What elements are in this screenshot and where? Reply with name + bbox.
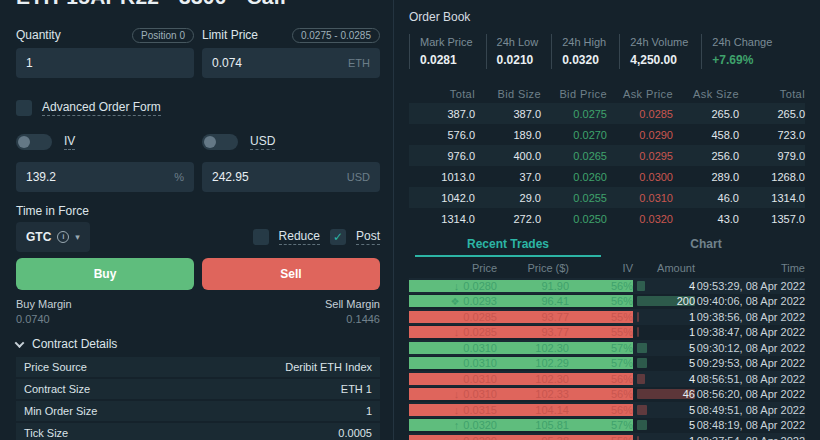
trade-amount-cell: 46 [637,388,695,400]
buy-button[interactable]: Buy [16,258,194,290]
iv-toggle[interactable] [16,134,52,150]
trade-time-cell: 08:48:19, 08 Apr 2022 [695,419,805,431]
quantity-input[interactable]: 1 [16,48,194,78]
tab-chart[interactable]: Chart [607,233,805,257]
trade-usd-cell: 93.77 [497,326,569,338]
total-bid-cell: 1042.0 [409,192,475,204]
trade-price: 0.0320 [463,419,497,431]
position-badge: Position 0 [132,28,194,43]
advanced-order-form-checkbox[interactable] [16,100,32,116]
toggle-knob [204,136,216,148]
trade-row: ❖0.029396.4156%20009:40:06, 08 Apr 2022 [409,294,805,310]
advanced-order-form-label[interactable]: Advanced Order Form [42,100,161,116]
limit-price-value: 0.074 [212,56,348,70]
trade-time-cell: 08:56:20, 08 Apr 2022 [695,388,805,400]
orderbook-row[interactable]: 387.0387.00.02750.0285265.0265.0 [409,103,805,124]
orderbook-row[interactable]: 976.0400.00.02650.0295256.0979.0 [409,145,805,166]
bid-price-cell: 0.0250 [541,213,607,225]
trade-time-cell: 08:37:54, 08 Apr 2022 [695,435,805,440]
total-ask-cell: 265.0 [739,108,805,120]
ask-size-cell: 43.0 [673,213,739,225]
reduce-label[interactable]: Reduce [279,229,320,245]
trade-usd-cell: 102.30 [497,342,569,354]
limit-price-input[interactable]: 0.074 ETH [202,48,380,78]
trade-price-cell: 0.0310 [409,357,497,369]
bid-size-cell: 272.0 [475,213,541,225]
trade-price: 0.0315 [463,404,497,416]
reduce-checkbox[interactable] [253,229,269,245]
sell-margin-value: 0.1446 [325,313,380,325]
trade-row: ↓0.029095.3855%108:37:54, 08 Apr 2022 [409,433,805,440]
contract-details-header[interactable]: Contract Details [16,335,380,353]
detail-label: Tick Size [24,427,68,439]
total-bid-cell: 1013.0 [409,171,475,183]
trade-iv-cell: 55% [569,326,633,338]
recent-trades-table: PricePrice ($)IVAmountTime ↓0.028091.905… [409,257,805,440]
trade-iv-cell: 57% [569,419,633,431]
usd-toggle-label[interactable]: USD [250,134,275,150]
arrow-down-icon: ↓ [454,326,460,338]
trade-amount: 200 [637,295,695,307]
sell-button[interactable]: Sell [202,258,380,290]
total-ask-cell: 1268.0 [739,171,805,183]
order-book-rows: 387.0387.00.02750.0285265.0265.0576.0189… [409,103,805,229]
column-header: Total [739,88,805,100]
bid-price-cell: 0.0260 [541,171,607,183]
bid-price-cell: 0.0270 [541,129,607,141]
ask-size-cell: 458.0 [673,129,739,141]
iv-input[interactable]: 139.2 % [16,162,194,192]
order-book-table: TotalBid SizeBid PriceAsk PriceAsk SizeT… [409,85,805,229]
toggle-knob [18,136,30,148]
total-bid-cell: 976.0 [409,150,475,162]
ask-price-cell: 0.0310 [607,192,673,204]
trade-row: ↓0.0310102.3356%4608:56:20, 08 Apr 2022 [409,387,805,403]
trade-usd-cell: 104.14 [497,404,569,416]
orderbook-row[interactable]: 1314.0272.00.02500.032043.01357.0 [409,208,805,229]
detail-label: Contract Size [24,383,90,395]
check-icon: ✓ [333,231,343,243]
total-bid-cell: 576.0 [409,129,475,141]
trade-usd-cell: 102.33 [497,388,569,400]
bid-size-cell: 189.0 [475,129,541,141]
trade-price: 0.0310 [463,357,497,369]
usd-input[interactable]: 242.95 USD [202,162,380,192]
order-book-title: Order Book [409,10,805,24]
usd-toggle[interactable] [202,134,238,150]
time-in-force-select[interactable]: GTC i ▾ [16,222,90,252]
ask-price-cell: 0.0295 [607,150,673,162]
time-in-force-label: Time in Force [16,204,380,218]
trade-amount-cell: 5 [637,357,695,369]
trade-amount-cell: 1 [637,311,695,323]
iv-toggle-label[interactable]: IV [64,134,75,150]
stat-label: 24h Change [712,36,772,48]
trade-amount: 4 [637,280,695,292]
tab-recent-trades[interactable]: Recent Trades [409,233,607,257]
trade-price-cell: 0.0285 [409,311,497,323]
orderbook-row[interactable]: 1042.029.00.02550.031046.01314.0 [409,187,805,208]
orderbook-row[interactable]: 1013.037.00.02600.0300289.01268.0 [409,166,805,187]
ask-size-cell: 256.0 [673,150,739,162]
trade-amount-cell: 5 [637,404,695,416]
total-bid-cell: 1314.0 [409,213,475,225]
stat-label: 24h High [562,36,606,48]
trade-usd-cell: 95.38 [497,435,569,440]
trade-price: 0.0293 [463,295,497,307]
limit-price-label: Limit Price [202,28,258,42]
info-icon: i [57,231,69,243]
orderbook-row[interactable]: 576.0189.00.02700.0290458.0723.0 [409,124,805,145]
usd-value: 242.95 [212,170,347,184]
arrow-up-icon: ↑ [454,419,460,431]
trade-iv-cell: 56% [569,404,633,416]
contract-details-title: Contract Details [32,337,117,351]
limit-price-unit: ETH [348,57,370,69]
post-checkbox[interactable]: ✓ [330,229,346,245]
column-header: Bid Size [475,88,541,100]
stat-label: Mark Price [420,36,473,48]
bid-size-cell: 29.0 [475,192,541,204]
post-label[interactable]: Post [356,229,380,245]
stat-label: 24h Low [497,36,539,48]
trade-price: 0.0285 [463,326,497,338]
trade-time-cell: 09:40:06, 08 Apr 2022 [695,295,805,307]
stat-value: 0.0281 [420,53,473,67]
trade-amount-cell: 4 [637,280,695,292]
